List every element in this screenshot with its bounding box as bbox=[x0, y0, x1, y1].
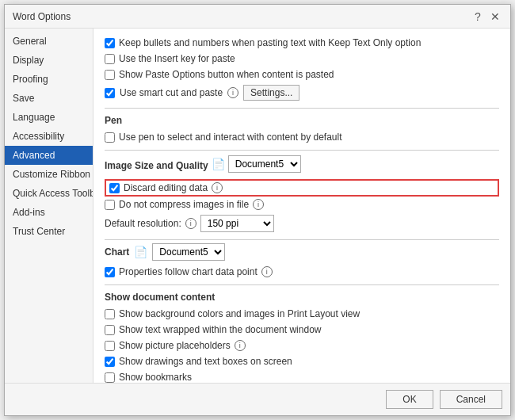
label-keep-bullets: Keep bullets and numbers when pasting te… bbox=[119, 37, 421, 48]
sidebar: GeneralDisplayProofingSaveLanguageAccess… bbox=[5, 29, 93, 383]
checkbox-show-bookmarks[interactable] bbox=[105, 372, 115, 383]
doc-icon-chart: 📄 bbox=[134, 246, 147, 258]
sidebar-item-advanced[interactable]: Advanced bbox=[5, 146, 93, 165]
image-header: Image Size and Quality bbox=[105, 160, 208, 171]
label-show-bookmarks: Show bookmarks bbox=[119, 372, 192, 383]
settings-button[interactable]: Settings... bbox=[243, 85, 299, 101]
ok-button[interactable]: OK bbox=[386, 390, 433, 409]
checkbox-paste-options[interactable] bbox=[105, 70, 115, 80]
label-show-drawings: Show drawings and text boxes on screen bbox=[119, 356, 292, 367]
word-options-dialog: Word Options ? ✕ GeneralDisplayProofingS… bbox=[4, 4, 511, 416]
sidebar-item-language[interactable]: Language bbox=[5, 108, 93, 127]
doc-icon-image: 📄 bbox=[212, 158, 225, 170]
label-pen: Use pen to select and interact with cont… bbox=[119, 132, 342, 143]
checkbox-pen[interactable] bbox=[105, 132, 115, 143]
chart-header-row: Chart 📄 Document5 bbox=[105, 243, 499, 261]
option-show-bookmarks: Show bookmarks bbox=[105, 369, 499, 383]
checkbox-picture-placeholders[interactable] bbox=[105, 341, 115, 351]
label-paste-options: Show Paste Options button when content i… bbox=[119, 69, 334, 80]
sidebar-item-proofing[interactable]: Proofing bbox=[5, 70, 93, 89]
pen-section: Pen Use pen to select and interact with … bbox=[105, 115, 499, 145]
checkbox-bg-colors[interactable] bbox=[105, 309, 115, 319]
title-controls: ? ✕ bbox=[471, 10, 502, 24]
sidebar-item-display[interactable]: Display bbox=[5, 51, 93, 70]
label-smart-cut: Use smart cut and paste bbox=[120, 87, 223, 98]
option-smart-cut: Use smart cut and paste i Settings... bbox=[105, 82, 499, 103]
sidebar-item-customize-ribbon[interactable]: Customize Ribbon bbox=[5, 165, 93, 184]
label-bg-colors: Show background colors and images in Pri… bbox=[119, 308, 360, 319]
checkbox-insert-key[interactable] bbox=[105, 54, 115, 64]
sidebar-item-add-ins[interactable]: Add-ins bbox=[5, 203, 93, 222]
option-paste-options: Show Paste Options button when content i… bbox=[105, 67, 499, 82]
option-text-wrapped: Show text wrapped within the document wi… bbox=[105, 322, 499, 338]
cancel-button[interactable]: Cancel bbox=[440, 390, 502, 409]
chart-document-dropdown[interactable]: Document5 bbox=[152, 243, 225, 261]
option-insert-key: Use the Insert key for paste bbox=[105, 51, 499, 67]
option-picture-placeholders: Show picture placeholders i bbox=[105, 338, 499, 353]
pen-header: Pen bbox=[105, 115, 499, 126]
dialog-footer: OK Cancel bbox=[5, 383, 510, 415]
info-picture-placeholders: i bbox=[235, 340, 246, 351]
chart-header: Chart bbox=[105, 246, 129, 258]
image-section: Image Size and Quality 📄 Document5 Disca… bbox=[105, 154, 499, 235]
scroll-content: Keep bullets and numbers when pasting te… bbox=[93, 29, 510, 383]
resolution-dropdown[interactable]: 96 ppi150 ppi220 ppi330 ppiHigh fidelity bbox=[200, 215, 274, 232]
chart-section: Chart 📄 Document5 Properties follow char… bbox=[105, 243, 499, 280]
resolution-row: Default resolution: i 96 ppi150 ppi220 p… bbox=[105, 212, 499, 235]
option-no-compress: Do not compress images in file i bbox=[105, 197, 499, 212]
checkbox-no-compress[interactable] bbox=[105, 200, 115, 210]
label-insert-key: Use the Insert key for paste bbox=[119, 53, 235, 64]
checkbox-text-wrapped[interactable] bbox=[105, 325, 115, 335]
label-text-wrapped: Show text wrapped within the document wi… bbox=[119, 324, 321, 335]
sidebar-item-quick-access-toolbar[interactable]: Quick Access Toolbar bbox=[5, 184, 93, 203]
info-properties: i bbox=[261, 266, 273, 277]
label-no-compress: Do not compress images in file bbox=[119, 199, 249, 210]
label-discard-editing: Discard editing data bbox=[124, 182, 208, 193]
image-document-dropdown[interactable]: Document5 bbox=[228, 155, 301, 173]
main-panel: Keep bullets and numbers when pasting te… bbox=[93, 29, 510, 383]
option-properties: Properties follow chart data point i bbox=[105, 264, 499, 280]
resolution-label: Default resolution: bbox=[105, 218, 181, 229]
option-show-drawings: Show drawings and text boxes on screen bbox=[105, 353, 499, 369]
title-bar: Word Options ? ✕ bbox=[5, 5, 510, 29]
option-bg-colors: Show background colors and images in Pri… bbox=[105, 306, 499, 322]
checkbox-discard-editing[interactable] bbox=[109, 183, 120, 193]
show-document-header: Show document content bbox=[105, 292, 499, 303]
info-no-compress: i bbox=[253, 199, 264, 210]
sidebar-item-save[interactable]: Save bbox=[5, 89, 93, 108]
sidebar-item-accessibility[interactable]: Accessibility bbox=[5, 127, 93, 146]
content-area: GeneralDisplayProofingSaveLanguageAccess… bbox=[5, 29, 510, 383]
image-document-select: Image Size and Quality 📄 Document5 bbox=[105, 154, 499, 174]
top-options-block: Keep bullets and numbers when pasting te… bbox=[105, 35, 499, 103]
info-discard-editing: i bbox=[212, 182, 223, 193]
info-resolution: i bbox=[185, 218, 196, 229]
sidebar-item-general[interactable]: General bbox=[5, 32, 93, 51]
dialog-title: Word Options bbox=[13, 11, 71, 22]
option-keep-bullets: Keep bullets and numbers when pasting te… bbox=[105, 35, 499, 51]
label-properties: Properties follow chart data point bbox=[119, 266, 258, 277]
help-button[interactable]: ? bbox=[471, 10, 485, 24]
show-document-section: Show document content Show background co… bbox=[105, 292, 499, 383]
info-smart-cut: i bbox=[227, 87, 238, 98]
discard-editing-row: Discard editing data i bbox=[105, 179, 499, 197]
sidebar-item-trust-center[interactable]: Trust Center bbox=[5, 222, 93, 241]
checkbox-properties[interactable] bbox=[105, 267, 115, 277]
checkbox-show-drawings[interactable] bbox=[105, 357, 115, 367]
checkbox-smart-cut[interactable] bbox=[105, 88, 115, 98]
option-pen: Use pen to select and interact with cont… bbox=[105, 129, 499, 145]
close-button[interactable]: ✕ bbox=[488, 10, 502, 24]
label-picture-placeholders: Show picture placeholders bbox=[119, 340, 231, 351]
checkbox-keep-bullets[interactable] bbox=[105, 38, 115, 48]
